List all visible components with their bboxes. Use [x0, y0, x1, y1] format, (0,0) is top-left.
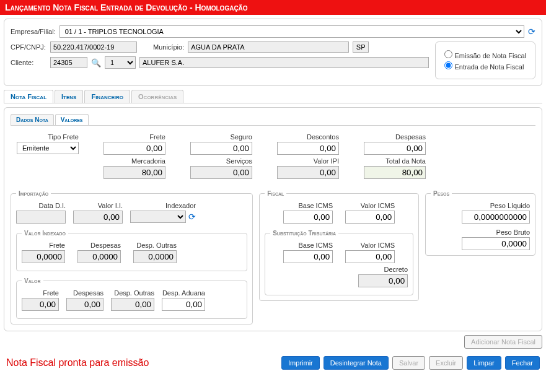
cliente-code-input[interactable] [50, 57, 87, 68]
seguro-label: Seguro [231, 133, 252, 141]
radio-emissao[interactable]: Emissão de Nota Fiscal [444, 50, 526, 59]
footer-bar: Nota Fiscal pronta para emissão Imprimir… [0, 352, 546, 373]
status-message: Nota Fiscal pronta para emissão [6, 357, 278, 368]
valoripi-input [277, 166, 339, 179]
baseicms-input[interactable] [283, 211, 333, 224]
datadi-label: Data D.I. [39, 202, 66, 209]
indexador-select[interactable] [130, 211, 186, 223]
vi-despesas-label: Despesas [90, 242, 121, 249]
tab-itens[interactable]: Itens [55, 90, 83, 103]
decreto-label: Decreto [384, 266, 408, 273]
pesobruto-label: Peso Bruto [496, 229, 530, 236]
vi-despoutras-label: Desp. Outras [136, 242, 177, 249]
subtab-dados-nota[interactable]: Dados Nota [11, 114, 54, 125]
salvar-button: Salvar [392, 356, 425, 370]
radio-entrada[interactable]: Entrada de Nota Fiscal [444, 61, 526, 71]
servicos-input [190, 166, 252, 179]
v-despesas-input [66, 298, 103, 311]
tab-ocorrencias: Ocorrências [131, 90, 183, 103]
pesoliq-input[interactable] [462, 211, 530, 224]
servicos-label: Serviços [226, 157, 252, 165]
frete-label: Frete [149, 133, 165, 141]
pesoliq-label: Peso Líquido [490, 202, 530, 209]
pesobruto-input[interactable] [462, 237, 530, 250]
tab-financeiro[interactable]: Financeiro [84, 90, 130, 103]
fiscal-fieldset: Fiscal Base ICMS Valor ICMS Substituição… [259, 190, 419, 301]
v-despoutras-input [111, 298, 154, 311]
totalnota-input [364, 166, 426, 179]
valor-indexado-legend: Valor Indexado [22, 230, 68, 237]
decreto-input [358, 274, 408, 287]
datadi-input [16, 211, 66, 224]
subst-fieldset: Substituição Tributária Base ICMS Valor … [265, 230, 413, 295]
cliente-label: Cliente: [11, 59, 46, 66]
nota-fiscal-panel: Dados Nota Valores Tipo Frete Emitente F… [4, 107, 542, 331]
municipio-label: Município: [153, 43, 184, 51]
cliente-name-input [139, 57, 429, 68]
tipofrete-select[interactable]: Emitente [17, 142, 79, 154]
tipofrete-label: Tipo Frete [48, 133, 79, 141]
refresh-indexador-icon[interactable]: ⟳ [188, 212, 196, 222]
vi-despesas-input [77, 250, 121, 263]
s-baseicms-input[interactable] [283, 250, 333, 263]
search-cliente-icon[interactable]: 🔍 [91, 58, 101, 68]
cliente-seq-select[interactable]: 1 [105, 56, 136, 69]
s-baseicms-label: Base ICMS [298, 242, 333, 249]
valorii-input [73, 211, 123, 224]
valoripi-label: Valor IPI [314, 157, 339, 165]
frete-input[interactable] [103, 142, 165, 155]
cpf-input[interactable] [50, 41, 137, 53]
vi-frete-label: Frete [49, 242, 65, 249]
v-frete-label: Frete [43, 289, 59, 297]
valor-fieldset: Valor Frete Despesas Desp. Outras Desp. … [16, 277, 247, 319]
fiscal-legend: Fiscal [265, 190, 286, 197]
subtab-valores[interactable]: Valores [55, 114, 89, 125]
municipio-input [188, 41, 349, 53]
page-title: Lançamento Nota Fiscal Entrada de Devolu… [0, 0, 546, 15]
valor-legend: Valor [22, 277, 43, 284]
desintegrar-button[interactable]: Desintegrar Nota [324, 356, 389, 370]
vi-frete-input [22, 250, 65, 263]
s-valoricms-label: Valor ICMS [361, 242, 395, 249]
v-despaduana-label: Desp. Aduana [162, 289, 205, 297]
tipo-nota-radiogroup: Emissão de Nota Fiscal Entrada de Nota F… [435, 41, 535, 79]
imprimir-button[interactable]: Imprimir [281, 356, 320, 370]
v-despesas-label: Despesas [73, 289, 103, 297]
excluir-button: Excluir [429, 356, 463, 370]
v-despaduana-input[interactable] [162, 298, 205, 311]
empresa-label: Empresa/Filial: [11, 28, 56, 35]
s-valoricms-input[interactable] [345, 250, 395, 263]
vi-despoutras-input [133, 250, 177, 263]
v-despoutras-label: Desp. Outras [114, 289, 154, 297]
seguro-input[interactable] [190, 142, 252, 155]
valor-indexado-fieldset: Valor Indexado Frete Despesas Desp. Outr… [16, 230, 247, 271]
limpar-button[interactable]: Limpar [467, 356, 501, 370]
subst-legend: Substituição Tributária [270, 230, 338, 237]
baseicms-label: Base ICMS [298, 202, 333, 209]
fechar-button[interactable]: Fechar [505, 356, 540, 370]
despesas-label: Despesas [395, 133, 426, 141]
pesos-legend: Pesos [431, 190, 452, 197]
indexador-label: Indexador [165, 202, 196, 209]
importacao-fieldset: Importação Data D.I. Valor I.I. Indexado… [11, 190, 253, 324]
uf-input [353, 41, 369, 53]
v-frete-input [22, 298, 59, 311]
tab-nota-fiscal[interactable]: Nota Fiscal [4, 90, 53, 103]
totalnota-label: Total da Nota [385, 157, 426, 165]
valoricms-input[interactable] [345, 211, 395, 224]
adicionar-nota-button: Adicionar Nota Fiscal [464, 335, 542, 349]
valorii-label: Valor I.I. [98, 202, 123, 209]
empresa-select[interactable]: 01 / 1 - TRIPLOS TECNOLOGIA [59, 25, 524, 38]
mercadoria-label: Mercadoria [131, 157, 165, 165]
descontos-input[interactable] [277, 142, 339, 155]
mercadoria-input [103, 166, 165, 179]
importacao-legend: Importação [16, 190, 51, 197]
sub-tabs: Dados Nota Valores [11, 114, 535, 126]
cpf-label: CPF/CNPJ: [11, 43, 46, 51]
pesos-fieldset: Pesos Peso Líquido Peso Bruto [425, 190, 535, 256]
refresh-empresa-icon[interactable]: ⟳ [528, 27, 535, 37]
despesas-input[interactable] [364, 142, 426, 155]
header-panel: Empresa/Filial: 01 / 1 - TRIPLOS TECNOLO… [4, 19, 542, 86]
descontos-label: Descontos [307, 133, 339, 141]
valoricms-label: Valor ICMS [361, 202, 395, 209]
